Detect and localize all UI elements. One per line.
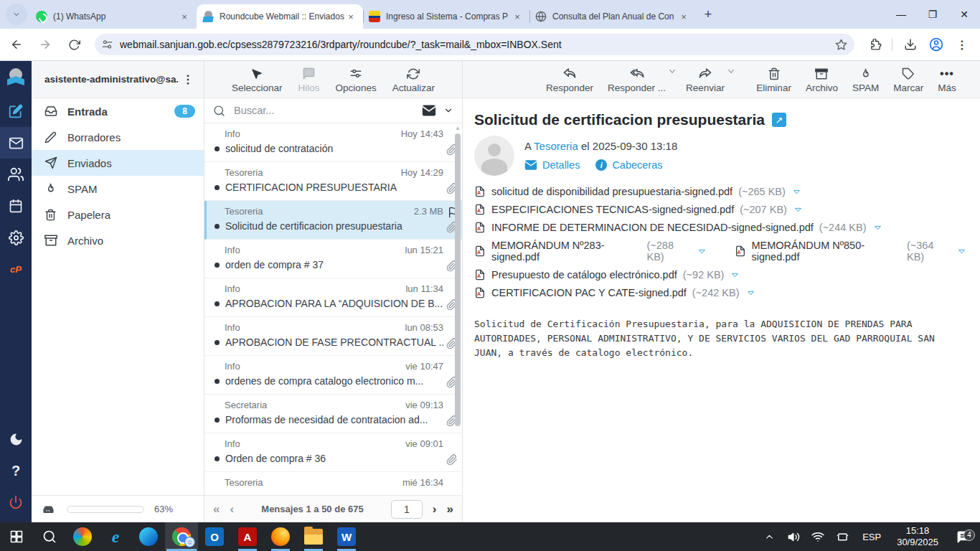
taskbar-search-button[interactable] bbox=[33, 522, 66, 551]
attachment-menu-icon[interactable] bbox=[747, 289, 755, 297]
message-row[interactable]: Tesoreriamié 16:34 bbox=[204, 472, 462, 495]
browser-menu-icon[interactable]: ⋮ bbox=[950, 32, 974, 57]
message-row[interactable]: Infovie 10:47 ordenes de compra catalogo… bbox=[204, 356, 462, 395]
search-input[interactable] bbox=[234, 105, 422, 116]
taskbar-acrobat-button[interactable]: A bbox=[231, 522, 264, 551]
url-text[interactable]: webmail.sanjuan.gob.ec/cpsess2879723216/… bbox=[120, 39, 835, 50]
attachment-menu-icon[interactable] bbox=[794, 206, 802, 214]
start-button[interactable] bbox=[0, 522, 33, 551]
close-window-button[interactable]: ✕ bbox=[948, 0, 980, 29]
recipient-link[interactable]: Tesoreria bbox=[534, 140, 578, 152]
attachment-item[interactable]: A MEMORÁNDUM Nº850-signed.pdf (~364 KB) bbox=[735, 240, 966, 263]
bookmark-star-icon[interactable] bbox=[835, 39, 847, 51]
dark-mode-button[interactable] bbox=[0, 423, 32, 455]
notification-center-button[interactable]: 4 bbox=[948, 530, 977, 544]
attachment-menu-icon[interactable] bbox=[731, 271, 739, 279]
first-page-button[interactable]: « bbox=[213, 503, 220, 515]
contacts-nav-button[interactable] bbox=[0, 159, 32, 190]
list-scrollbar[interactable]: ▲ ▼ bbox=[454, 125, 461, 495]
mail-nav-button[interactable] bbox=[0, 127, 32, 159]
wifi-icon[interactable] bbox=[808, 530, 828, 543]
reply-all-button[interactable]: Responder ... bbox=[603, 65, 670, 95]
folder-entrada[interactable]: Entrada 8 bbox=[32, 98, 204, 124]
tab-roundcube[interactable]: Roundcube Webmail :: Enviados × bbox=[197, 4, 363, 29]
attachment-item[interactable]: A Presupuesto de catálogo electrónico.pd… bbox=[474, 269, 739, 281]
message-row[interactable]: Infovie 09:01 Orden de compra # 36 bbox=[204, 433, 462, 472]
archive-button[interactable]: Archivo bbox=[801, 65, 842, 95]
scroll-up-icon[interactable]: ▲ bbox=[454, 125, 461, 131]
site-settings-icon[interactable] bbox=[102, 39, 113, 50]
taskbar-outlook-button[interactable]: O bbox=[198, 522, 231, 551]
message-row[interactable]: Infolun 08:53 APROBACION DE FASE PRECONT… bbox=[204, 317, 462, 356]
details-link[interactable]: Detalles bbox=[524, 159, 580, 171]
attachment-item[interactable]: A ESPECIFICACIONES TECNICAS-signed-signe… bbox=[474, 204, 802, 215]
close-icon[interactable]: × bbox=[344, 10, 357, 23]
tab-whatsapp[interactable]: (1) WhatsApp × bbox=[30, 4, 197, 29]
refresh-button[interactable]: Actualizar bbox=[388, 65, 439, 95]
reply-button[interactable]: Responder bbox=[542, 65, 598, 95]
taskbar-edge-button[interactable] bbox=[132, 522, 165, 551]
mark-button[interactable]: Marcar bbox=[889, 65, 928, 95]
minimize-button[interactable]: — bbox=[885, 0, 917, 29]
compose-button[interactable] bbox=[0, 95, 32, 127]
message-row[interactable]: Secretariavie 09:13 Proformas de necesid… bbox=[204, 395, 462, 433]
tab-search-button[interactable] bbox=[6, 4, 27, 25]
taskbar-word-button[interactable]: W bbox=[330, 522, 363, 551]
chevron-down-icon[interactable] bbox=[669, 67, 676, 75]
attachment-menu-icon[interactable] bbox=[698, 248, 706, 255]
attachment-menu-icon[interactable] bbox=[958, 248, 966, 255]
headers-link[interactable]: i Cabeceras bbox=[595, 159, 662, 171]
scrollbar-thumb[interactable] bbox=[455, 133, 461, 426]
taskbar-chrome-button[interactable]: ☺ bbox=[165, 522, 198, 551]
folder-archivo[interactable]: Archivo bbox=[32, 227, 204, 253]
cast-display-icon[interactable] bbox=[832, 531, 852, 543]
language-indicator[interactable]: ESP bbox=[857, 532, 887, 542]
calendar-nav-button[interactable] bbox=[0, 190, 32, 222]
downloads-icon[interactable] bbox=[898, 32, 923, 57]
last-page-button[interactable]: » bbox=[447, 503, 453, 515]
close-icon[interactable]: × bbox=[178, 10, 191, 23]
select-button[interactable]: Seleccionar bbox=[227, 65, 287, 95]
forward-button[interactable] bbox=[33, 32, 57, 57]
taskbar-firefox-button[interactable] bbox=[264, 522, 297, 551]
close-icon[interactable]: × bbox=[511, 10, 524, 23]
prev-page-button[interactable]: ‹ bbox=[230, 503, 234, 515]
attachment-item[interactable]: A INFORME DE DETERMINACION DE NECESIDAD-… bbox=[474, 222, 882, 233]
message-row[interactable]: InfoHoy 14:43 solicitud de contratación bbox=[204, 123, 462, 162]
account-menu-icon[interactable]: ⋮ bbox=[178, 72, 198, 86]
extensions-icon[interactable] bbox=[863, 32, 887, 57]
reload-button[interactable] bbox=[62, 32, 86, 57]
taskbar-explorer-button[interactable] bbox=[297, 522, 330, 551]
attachment-menu-icon[interactable] bbox=[874, 224, 882, 232]
message-row[interactable]: Infolun 15:21 orden de compra # 37 bbox=[204, 240, 462, 278]
settings-nav-button[interactable] bbox=[0, 222, 32, 253]
message-row[interactable]: Infolun 11:34 APROBACION PARA LA “ADQUIS… bbox=[204, 278, 462, 317]
taskbar-copilot-button[interactable] bbox=[66, 522, 99, 551]
attachment-item[interactable]: A CERTIFICACION PAC Y CATE-signed.pdf (~… bbox=[474, 287, 755, 298]
page-number-input[interactable] bbox=[391, 500, 423, 519]
message-row[interactable]: TesoreriaHoy 14:29 CERTIFICACION PRESUPU… bbox=[204, 162, 462, 201]
volume-icon[interactable] bbox=[783, 531, 804, 543]
forward-button[interactable]: Reenviar bbox=[682, 65, 729, 95]
hidden-icons-button[interactable] bbox=[759, 532, 779, 542]
restore-button[interactable]: ❐ bbox=[917, 0, 948, 29]
message-row-selected[interactable]: Tesoreria2.3 MB Solicitud de certificaci… bbox=[204, 201, 462, 240]
profile-avatar[interactable] bbox=[924, 32, 948, 57]
address-bar[interactable]: webmail.sanjuan.gob.ec/cpsess2879723216/… bbox=[95, 34, 854, 55]
delete-button[interactable]: Eliminar bbox=[752, 65, 796, 95]
back-button[interactable] bbox=[4, 32, 29, 57]
threads-button[interactable]: Hilos bbox=[294, 65, 324, 95]
folder-papelera[interactable]: Papelera bbox=[32, 202, 204, 227]
attachment-item[interactable]: A solicitud de disponibilidad presupuest… bbox=[474, 186, 801, 197]
cpanel-button[interactable]: cP bbox=[0, 253, 32, 285]
taskbar-ie-button[interactable]: e bbox=[99, 522, 132, 551]
clock[interactable]: 15:18 30/9/2025 bbox=[891, 525, 944, 549]
folder-enviados[interactable]: Enviados bbox=[32, 150, 204, 176]
close-icon[interactable]: × bbox=[677, 10, 690, 23]
search-scope[interactable] bbox=[422, 103, 453, 118]
options-button[interactable]: Opciones bbox=[331, 65, 381, 95]
folder-spam[interactable]: SPAM bbox=[32, 176, 204, 202]
folder-borradores[interactable]: Borradores bbox=[32, 124, 204, 150]
logout-button[interactable] bbox=[0, 486, 32, 518]
next-page-button[interactable]: › bbox=[433, 503, 437, 515]
